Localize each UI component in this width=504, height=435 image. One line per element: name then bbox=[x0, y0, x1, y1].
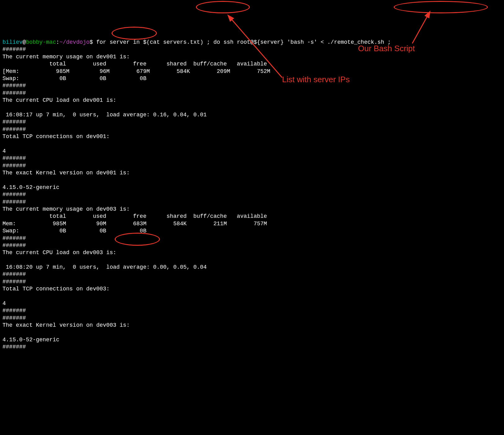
swap-row-2: Swap: 0B 0B 0B bbox=[2, 228, 146, 234]
hash-sep: ####### bbox=[2, 155, 26, 161]
mem-row-2: Mem: 985M 90M 683M 584K 211M 757M bbox=[2, 221, 267, 227]
hash-sep: ####### bbox=[2, 126, 26, 132]
kernel-title-1: The exact Kernel version on dev001 is: bbox=[2, 170, 130, 176]
hash-sep: ####### bbox=[2, 242, 26, 249]
annotation-server-ips: List with server IPs bbox=[282, 74, 350, 85]
prompt-colon: : bbox=[56, 39, 60, 45]
mem-title-2: The current memory usage on dev003 is: bbox=[2, 206, 130, 212]
hash-sep: ####### bbox=[2, 235, 26, 241]
hash-sep: ####### bbox=[2, 271, 26, 277]
prompt-host: bobby-mac bbox=[26, 39, 56, 45]
hash-sep: ####### bbox=[2, 163, 26, 169]
hash-sep: ####### bbox=[2, 279, 26, 285]
cpu-title-2: The current CPU load on dev003 is: bbox=[2, 249, 116, 256]
mem-title-1: The current memory usage on dev001 is: bbox=[2, 54, 130, 60]
annotation-bash-script: Our Bash Script bbox=[358, 43, 415, 54]
terminal-command[interactable]: for server in $(cat servers.txt) ; do ss… bbox=[96, 39, 391, 45]
prompt-at: @ bbox=[23, 39, 26, 45]
kernel-title-2: The exact Kernel version on dev003 is: bbox=[2, 322, 130, 328]
hash-sep: ####### bbox=[2, 199, 26, 205]
circle-remote-check-icon bbox=[394, 1, 488, 13]
hash-sep: ####### bbox=[2, 191, 26, 198]
cpu-line-1: 16:08:17 up 7 min, 0 users, load average… bbox=[2, 112, 207, 118]
tcp-value-2: 4 bbox=[2, 300, 6, 307]
hash-sep: ####### bbox=[2, 46, 26, 52]
svg-line-1 bbox=[412, 16, 428, 43]
kernel-value-1: 4.15.0-52-generic bbox=[2, 184, 60, 191]
mem-header-1: total used free shared buff/cache availa… bbox=[2, 61, 267, 67]
hash-sep: ####### bbox=[2, 83, 26, 89]
hash-sep: ####### bbox=[2, 344, 26, 350]
arrow-bash-script-icon bbox=[0, 0, 504, 62]
mem-row-1: [Mem: 985M 96M 679M 584K 209M 752M bbox=[2, 68, 270, 74]
hash-sep: ####### bbox=[2, 307, 26, 314]
circle-dev003-icon bbox=[115, 233, 160, 246]
hash-sep: ####### bbox=[2, 315, 26, 321]
prompt-dollar: $ bbox=[90, 39, 96, 45]
cpu-title-1: The current CPU load on dev001 is: bbox=[2, 97, 116, 103]
tcp-title-1: Total TCP connections on dev001: bbox=[2, 133, 110, 140]
kernel-value-2: 4.15.0-52-generic bbox=[2, 337, 60, 343]
prompt-user: biliev bbox=[2, 39, 23, 45]
hash-sep: ####### bbox=[2, 90, 26, 96]
swap-row-1: Swap: 0B 0B 0B bbox=[2, 75, 146, 82]
circle-dev001-icon bbox=[112, 27, 157, 40]
circle-servers-txt-icon bbox=[196, 1, 250, 13]
mem-header-2: total used free shared buff/cache availa… bbox=[2, 213, 267, 219]
cpu-line-2: 16:08:20 up 7 min, 0 users, load average… bbox=[2, 264, 207, 270]
hash-sep: ####### bbox=[2, 119, 26, 125]
tcp-value-1: 4 bbox=[2, 148, 6, 154]
tcp-title-2: Total TCP connections on dev003: bbox=[2, 286, 110, 292]
prompt-path: ~/devdojo bbox=[60, 39, 90, 45]
